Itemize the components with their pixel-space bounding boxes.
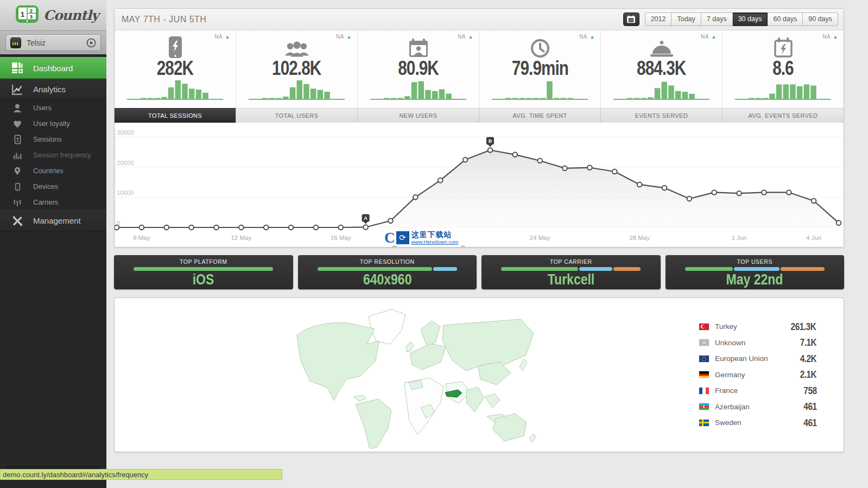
countly-logo[interactable]: 1 2 3 Countly [0, 0, 106, 31]
sidebar-item-devices[interactable]: Devices [0, 179, 106, 194]
tab-total-users[interactable]: TOTAL USERS [236, 108, 358, 123]
country-value: 758 [803, 385, 816, 397]
range-button-30-days[interactable]: 30 days [733, 12, 768, 26]
metric-value: 8.6 [772, 58, 794, 79]
metric-sparkline [249, 79, 345, 100]
country-value: 7.1K [800, 337, 817, 348]
metric-value: 79.9min [511, 58, 568, 79]
change-badge: NA ▲ [214, 34, 230, 40]
sidebar-item-label: Dashboard [33, 64, 73, 73]
range-button-90-days[interactable]: 90 days [803, 12, 838, 26]
up-arrow-icon: ▲ [833, 34, 838, 40]
country-row-european-union: European Union4.2K [699, 351, 818, 367]
world-map[interactable] [287, 301, 537, 451]
metric-card-avg-events-served[interactable]: NA ▲8.6 [723, 30, 844, 108]
up-arrow-icon: ▲ [590, 34, 595, 40]
app-icon [10, 37, 21, 48]
flag-icon-unknown [699, 339, 709, 346]
chart-annotation-A: A [362, 214, 370, 224]
sidebar-item-management[interactable]: Management [0, 210, 106, 231]
tile-top-users[interactable]: TOP USERSMay 22nd [666, 255, 845, 289]
tab-new-users[interactable]: NEW USERS [358, 108, 479, 123]
country-value: 461 [803, 401, 816, 413]
tile-top-carrier[interactable]: TOP CARRIERTurkcell [481, 255, 661, 289]
tile-value: iOS [193, 271, 214, 288]
country-row-germany: Germany2.1K [699, 367, 818, 383]
sidebar-item-users[interactable]: Users [0, 100, 106, 116]
svg-text:2: 2 [30, 8, 33, 14]
country-row-azerbaijan: Azerbaijan461 [699, 399, 818, 415]
main-content: MAY 7TH - JUN 5TH 2012Today7 days30 [106, 0, 868, 488]
sidebar: 1 2 3 Countly Telsiz DashboardAnalyticsU… [0, 0, 106, 488]
people-icon [284, 35, 309, 59]
country-value: 4.2K [800, 353, 817, 365]
metric-sparkline [492, 79, 588, 100]
svg-text:30000: 30000 [117, 129, 134, 136]
sidebar-item-label: Carriers [33, 198, 58, 206]
watermark-logo-icon: ⟳ [396, 231, 409, 244]
sidebar-item-session-frequency[interactable]: Session frequency [0, 147, 106, 163]
analytics-icon [9, 84, 26, 96]
calendar-button[interactable] [623, 12, 639, 26]
svg-text:16 May: 16 May [331, 235, 351, 241]
tab-total-sessions[interactable]: TOTAL SESSIONS [115, 108, 236, 123]
sessions-line-chart[interactable]: 0100002000030000AB8 May12 May16 May20 Ma… [115, 123, 844, 248]
metric-card-total-sessions[interactable]: NA ▲282K [115, 30, 236, 108]
sidebar-item-user-loyalty[interactable]: User loyalty [0, 116, 106, 131]
sidebar-item-label: Users [33, 104, 52, 112]
tab-avg-events-served[interactable]: AVG. EVENTS SERVED [723, 108, 844, 123]
tile-title: TOP PLATFORM [180, 258, 227, 265]
metric-value: 282K [157, 58, 193, 79]
country-row-turkey: Turkey261.3K [699, 319, 818, 335]
svg-text:A: A [364, 216, 368, 221]
date-range-title: MAY 7TH - JUN 5TH [122, 15, 206, 24]
sidebar-item-countries[interactable]: Countries [0, 163, 106, 179]
metric-card-avg-time-spent[interactable]: NA ▲79.9min [479, 30, 601, 108]
app-selector-expand-icon[interactable] [86, 38, 96, 48]
sidebar-item-label: Sessions [33, 135, 62, 143]
metric-value: 102.8K [272, 58, 321, 79]
device-icon [9, 182, 26, 192]
range-button-7-days[interactable]: 7 days [701, 12, 733, 26]
sidebar-item-carriers[interactable]: Carriers [0, 194, 106, 210]
tile-top-resolution[interactable]: TOP RESOLUTION640x960 [298, 255, 477, 289]
metric-value: 884.3K [637, 58, 686, 79]
tile-top-platform[interactable]: TOP PLATFORMiOS [114, 255, 293, 289]
svg-text:3: 3 [30, 14, 33, 20]
range-button-today[interactable]: Today [671, 12, 701, 26]
country-value: 461 [803, 417, 816, 429]
app-selector-button[interactable]: Telsiz [5, 34, 101, 51]
sidebar-item-analytics[interactable]: Analytics [0, 79, 106, 100]
country-value: 261.3K [791, 321, 816, 333]
watermark-fragment-right: 载 [460, 245, 466, 248]
svg-text:24 May: 24 May [530, 235, 550, 241]
metric-card-new-users[interactable]: NA ▲80.9K [358, 30, 479, 108]
tile-value: May 22nd [726, 271, 783, 288]
sessions-icon [9, 135, 26, 144]
country-name: Unknown [715, 339, 799, 347]
range-button-2012[interactable]: 2012 [645, 12, 672, 26]
svg-text:12 May: 12 May [231, 235, 251, 241]
metric-tabs-row: TOTAL SESSIONSTOTAL USERSNEW USERSAVG. T… [115, 108, 844, 123]
app-selector-label: Telsiz [27, 39, 81, 47]
country-name: Turkey [715, 322, 789, 331]
sidebar-item-label: User loyalty [33, 119, 70, 128]
range-button-60-days[interactable]: 60 days [768, 12, 803, 26]
clock-icon [530, 35, 550, 59]
pin-icon [9, 166, 26, 176]
sidebar-menu: DashboardAnalyticsUsersUser loyaltySessi… [0, 57, 106, 231]
flag-icon-se [699, 420, 709, 426]
sidebar-item-dashboard[interactable]: Dashboard [0, 57, 106, 79]
metric-card-total-users[interactable]: NA ▲102.8K [236, 30, 358, 108]
metric-value: 80.9K [398, 58, 439, 79]
countries-panel: Turkey261.3KUnknown7.1KEuropean Union4.2… [114, 297, 844, 452]
tile-title: TOP USERS [737, 258, 772, 265]
date-range-buttons: 2012Today7 days30 days60 days90 days [645, 12, 838, 26]
tile-value: Turkcell [547, 271, 594, 288]
tab-events-served[interactable]: EVENTS SERVED [601, 108, 723, 123]
sidebar-item-label: Countries [33, 167, 64, 175]
svg-text:B: B [489, 138, 492, 144]
metric-card-events-served[interactable]: NA ▲884.3K [601, 30, 723, 108]
sidebar-item-sessions[interactable]: Sessions [0, 131, 106, 147]
tab-avg-time-spent[interactable]: AVG. TIME SPENT [479, 108, 601, 123]
